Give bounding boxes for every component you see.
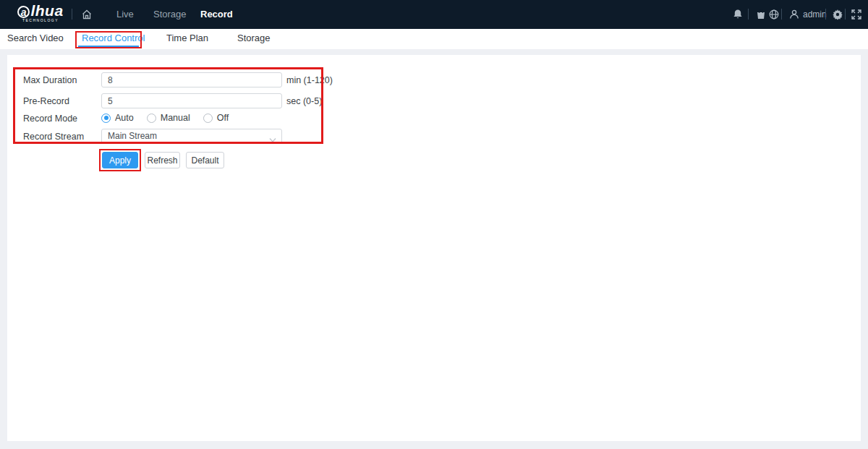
- radio-auto-label: Auto: [115, 113, 134, 123]
- nav-item-storage[interactable]: Storage: [153, 0, 187, 29]
- default-button[interactable]: Default: [186, 152, 224, 168]
- globe-icon[interactable]: [768, 9, 780, 20]
- max-duration-input[interactable]: [101, 72, 282, 87]
- bell-icon[interactable]: [732, 9, 744, 20]
- radio-auto[interactable]: Auto: [101, 113, 134, 123]
- nav-item-live[interactable]: Live: [116, 0, 134, 29]
- radio-off[interactable]: Off: [203, 113, 229, 123]
- radio-auto-circle[interactable]: [101, 114, 111, 123]
- radio-off-label: Off: [217, 113, 229, 123]
- record-mode-radio-group: Auto Manual Off: [101, 113, 242, 123]
- settings-gear-icon[interactable]: [832, 9, 843, 20]
- app-window: alhua TECHNOLOGY Live Storage Record: [0, 0, 868, 449]
- dahua-logo-word: alhua: [12, 4, 69, 18]
- pre-record-unit: sec (0-5): [286, 96, 322, 106]
- tab-search-video[interactable]: Search Video: [7, 29, 64, 49]
- header-divider: [781, 9, 782, 20]
- pre-record-label: Pre-Record: [23, 96, 69, 106]
- max-duration-label: Max Duration: [23, 75, 77, 85]
- radio-manual-label: Manual: [161, 113, 190, 123]
- header-divider: [845, 9, 846, 20]
- admin-username[interactable]: admin: [803, 0, 827, 29]
- refresh-button[interactable]: Refresh: [145, 152, 180, 168]
- chevron-down-icon: [269, 134, 276, 147]
- header-divider: [825, 9, 826, 20]
- basket-icon[interactable]: [755, 9, 767, 20]
- fullscreen-icon[interactable]: [851, 9, 862, 20]
- home-icon[interactable]: [81, 9, 93, 20]
- max-duration-unit: min (1-120): [286, 75, 333, 85]
- radio-manual[interactable]: Manual: [147, 113, 190, 123]
- record-stream-label: Record Stream: [23, 132, 84, 142]
- radio-manual-circle[interactable]: [147, 114, 156, 123]
- radio-off-circle[interactable]: [203, 114, 213, 123]
- pre-record-input[interactable]: [101, 93, 282, 108]
- record-stream-value: Main Stream: [108, 131, 157, 141]
- header-divider: [72, 9, 72, 20]
- active-tab-underline: [78, 46, 139, 47]
- tab-time-plan[interactable]: Time Plan: [166, 29, 208, 49]
- dahua-logo[interactable]: alhua TECHNOLOGY: [12, 4, 69, 22]
- nav-item-record[interactable]: Record: [200, 0, 233, 29]
- dahua-logo-a: a: [17, 6, 30, 18]
- tab-storage[interactable]: Storage: [237, 29, 271, 49]
- user-icon[interactable]: [788, 9, 800, 20]
- record-mode-label: Record Mode: [23, 114, 77, 124]
- record-stream-select[interactable]: Main Stream: [101, 129, 282, 144]
- apply-button[interactable]: Apply: [102, 152, 138, 168]
- header-divider: [748, 9, 749, 20]
- header-bar: alhua TECHNOLOGY Live Storage Record: [0, 0, 868, 29]
